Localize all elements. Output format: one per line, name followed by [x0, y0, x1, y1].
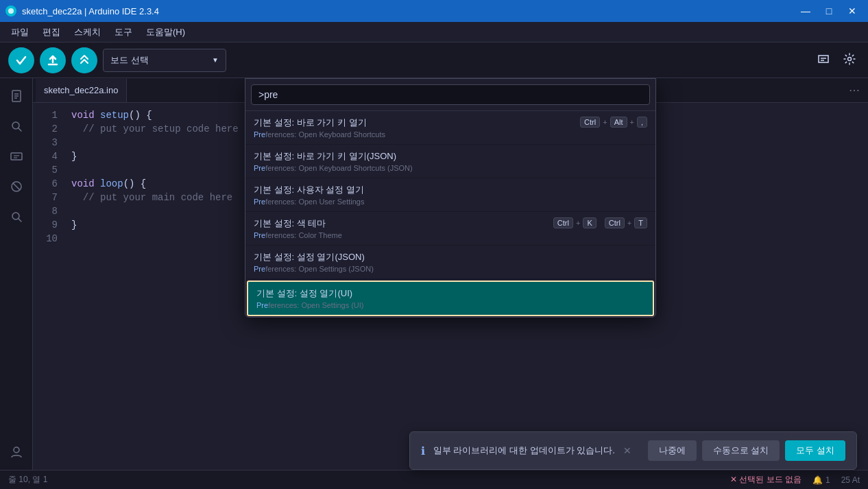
status-position: 줄 10, 열 1 — [8, 474, 47, 486]
notification-manual-button[interactable]: 수동으로 설치 — [702, 440, 780, 461]
window-controls: — □ ✕ — [795, 4, 863, 18]
command-item-0-sub: Preferences: Open Keyboard Shortcuts — [254, 130, 647, 139]
kbd-ctrl-t: Ctrl — [605, 217, 625, 228]
command-item-3-title: Ctrl + K Ctrl + T 기본 설정: 색 테마 — [254, 217, 647, 230]
notification-buttons: 나중에 수동으로 설치 모두 설치 — [648, 440, 845, 461]
activity-debug-button[interactable] — [4, 174, 29, 199]
command-input-wrapper — [245, 79, 655, 111]
command-item-4-sub: Preferences: Open Settings (JSON) — [254, 265, 647, 273]
kbd-k: K — [583, 217, 596, 228]
svg-point-18 — [14, 447, 19, 453]
notification-info-icon: ℹ — [421, 444, 425, 457]
command-palette-overlay: Ctrl + Alt + , 기본 설정: 바로 가기 키 열기 Prefere… — [33, 78, 868, 470]
toolbar: 보드 선택 ▼ — [0, 43, 868, 78]
command-item-0-shortcut: Ctrl + Alt + , — [580, 117, 647, 128]
menu-bar: 파일 편집 스케치 도구 도움말(H) — [0, 22, 868, 43]
status-no-board: ✕ 선택된 보드 없음 — [730, 474, 801, 486]
main-content: sketch_dec22a.ino ⋯ 1 2 3 4 5 6 7 8 9 10… — [0, 78, 868, 470]
svg-line-15 — [13, 183, 20, 190]
activity-find-button[interactable] — [4, 204, 29, 229]
board-select-arrow-icon: ▼ — [212, 56, 219, 64]
activity-boards-button[interactable] — [4, 144, 29, 169]
verify-button[interactable] — [8, 47, 34, 73]
notification-text: 일부 라이브러리에 대한 업데이트가 있습니다. — [433, 444, 615, 457]
svg-point-0 — [8, 8, 14, 14]
editor-area: sketch_dec22a.ino ⋯ 1 2 3 4 5 6 7 8 9 10… — [33, 78, 868, 470]
menu-file[interactable]: 파일 — [5, 23, 34, 41]
command-item-3-sub: Preferences: Color Theme — [254, 231, 647, 239]
command-item-2-title: 기본 설정: 사용자 설정 열기 — [254, 184, 647, 196]
command-item-3[interactable]: Ctrl + K Ctrl + T 기본 설정: 색 테마 Pref — [245, 212, 655, 246]
svg-line-10 — [19, 128, 21, 131]
activity-bar — [0, 78, 33, 470]
command-input[interactable] — [251, 84, 650, 105]
activity-account-button[interactable] — [4, 440, 29, 464]
board-select[interactable]: 보드 선택 ▼ — [103, 49, 226, 72]
serial-monitor-button[interactable] — [813, 50, 834, 71]
menu-edit[interactable]: 편집 — [37, 23, 66, 41]
kbd-ctrl: Ctrl — [580, 117, 600, 128]
svg-point-4 — [848, 57, 852, 60]
upload-button[interactable] — [40, 47, 66, 73]
svg-line-17 — [19, 219, 21, 222]
kbd-alt: Alt — [610, 117, 627, 128]
app-icon — [5, 5, 16, 16]
command-item-0-title: Ctrl + Alt + , 기본 설정: 바로 가기 키 열기 — [254, 117, 647, 129]
menu-tools[interactable]: 도구 — [109, 23, 138, 41]
command-item-3-shortcut: Ctrl + K Ctrl + T — [553, 217, 647, 228]
kbd-t: T — [634, 217, 647, 228]
activity-search-button[interactable] — [4, 114, 29, 139]
command-item-4-title: 기본 설정: 설정 열기(JSON) — [254, 251, 647, 263]
command-palette: Ctrl + Alt + , 기본 설정: 바로 가기 키 열기 Prefere… — [245, 78, 656, 318]
command-item-4[interactable]: 기본 설정: 설정 열기(JSON) Preferences: Open Set… — [245, 246, 655, 279]
maximize-button[interactable]: □ — [819, 4, 839, 18]
notification-close-button[interactable]: ✕ — [623, 445, 631, 456]
menu-help[interactable]: 도움말(H) — [141, 23, 191, 41]
title-bar-text: sketch_dec22a | Arduino IDE 2.3.4 — [22, 6, 790, 16]
menu-sketch[interactable]: 스케치 — [69, 23, 106, 41]
notification-all-button[interactable]: 모두 설치 — [785, 440, 845, 461]
minimize-button[interactable]: — — [795, 4, 816, 18]
status-bar: 줄 10, 열 1 ✕ 선택된 보드 없음 🔔 1 25 At — [0, 470, 868, 489]
kbd-ctrl-k: Ctrl — [553, 217, 573, 228]
command-item-1-sub: Preferences: Open Keyboard Shortcuts (JS… — [254, 164, 647, 172]
command-item-5[interactable]: 기본 설정: 설정 열기(UI) Preferences: Open Setti… — [247, 281, 654, 316]
status-bell: 🔔 1 — [812, 475, 830, 485]
title-bar: sketch_dec22a | Arduino IDE 2.3.4 — □ ✕ — [0, 0, 868, 22]
status-right: ✕ 선택된 보드 없음 🔔 1 25 At — [730, 474, 860, 486]
debug-button[interactable] — [71, 47, 97, 73]
toolbar-right — [813, 50, 860, 71]
command-results: Ctrl + Alt + , 기본 설정: 바로 가기 키 열기 Prefere… — [245, 111, 655, 317]
status-line-info: 25 At — [841, 475, 860, 485]
command-item-0[interactable]: Ctrl + Alt + , 기본 설정: 바로 가기 키 열기 Prefere… — [245, 111, 655, 145]
board-select-label: 보드 선택 — [110, 54, 212, 67]
kbd-comma: , — [637, 117, 647, 128]
notification-bar: ℹ 일부 라이브러리에 대한 업데이트가 있습니다. ✕ 나중에 수동으로 설치… — [409, 431, 857, 470]
notification-later-button[interactable]: 나중에 — [648, 440, 697, 461]
command-item-5-sub: Preferences: Open Settings (UI) — [256, 301, 644, 309]
status-bell-count: 1 — [825, 475, 830, 485]
settings-button[interactable] — [839, 50, 860, 71]
command-item-2[interactable]: 기본 설정: 사용자 설정 열기 Preferences: Open User … — [245, 178, 655, 212]
activity-files-button[interactable] — [4, 84, 29, 108]
command-item-2-sub: Preferences: Open User Settings — [254, 198, 647, 206]
command-item-1-title: 기본 설정: 바로 가기 키 열기(JSON) — [254, 150, 647, 163]
svg-rect-11 — [11, 153, 22, 160]
close-button[interactable]: ✕ — [842, 4, 863, 18]
command-item-1[interactable]: 기본 설정: 바로 가기 키 열기(JSON) Preferences: Ope… — [245, 145, 655, 178]
command-item-5-title: 기본 설정: 설정 열기(UI) — [256, 287, 644, 300]
